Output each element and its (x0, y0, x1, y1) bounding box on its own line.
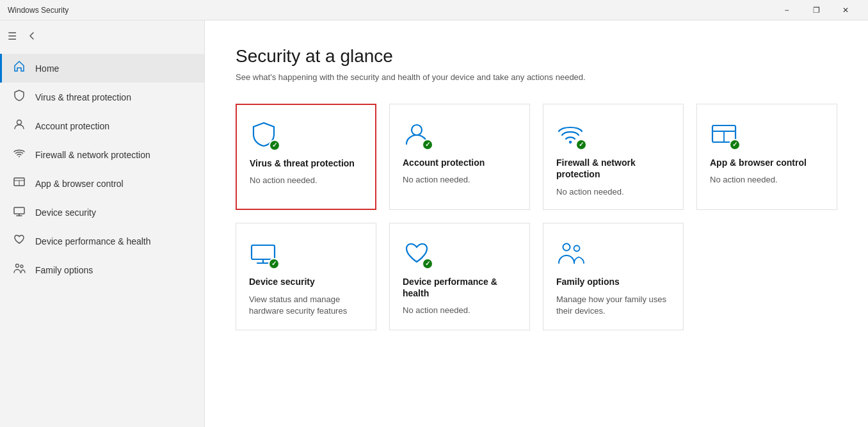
svg-point-19 (574, 245, 580, 251)
sidebar-item-account[interactable]: Account protection (0, 111, 204, 140)
heart-icon (12, 233, 26, 249)
wifi-icon (12, 147, 26, 163)
card-status-device-health: No action needed. (403, 305, 517, 315)
sidebar-item-device-health[interactable]: Device performance & health (0, 227, 204, 255)
card-status-account: No action needed. (403, 175, 517, 184)
card-account[interactable]: Account protection No action needed. (389, 104, 530, 209)
card-icon-wrap-firewall (556, 120, 587, 150)
hamburger-icon[interactable]: ☰ (8, 30, 17, 42)
sidebar-item-account-label: Account protection (35, 121, 109, 131)
card-icon-wrap-account (403, 120, 433, 150)
check-badge-app-browser (729, 139, 741, 150)
app-body: ☰ Home (0, 20, 868, 427)
shield-icon (12, 89, 26, 105)
card-status-virus: No action needed. (250, 175, 362, 185)
card-title-device-health: Device performance & health (403, 276, 517, 299)
card-title-virus: Virus & threat protection (250, 157, 362, 169)
sidebar-item-device-health-label: Device performance & health (35, 236, 151, 246)
sidebar: ☰ Home (0, 20, 205, 427)
card-icon-wrap-app-browser (710, 120, 741, 150)
card-app-browser[interactable]: App & browser control No action needed. (696, 104, 837, 209)
home-icon (12, 60, 26, 76)
card-title-app-browser: App & browser control (710, 157, 824, 168)
svg-point-8 (16, 264, 19, 268)
check-badge-device-security (268, 258, 280, 270)
card-device-health[interactable]: Device performance & health No action ne… (389, 223, 530, 331)
sidebar-item-firewall[interactable]: Firewall & network protection (0, 140, 204, 169)
titlebar-controls: − ❐ ✕ (772, 0, 860, 20)
sidebar-item-family-label: Family options (35, 265, 93, 275)
family-icon (12, 262, 26, 278)
svg-point-1 (19, 156, 20, 157)
svg-point-9 (20, 265, 23, 268)
card-virus[interactable]: Virus & threat protection No action need… (236, 104, 376, 209)
sidebar-item-virus[interactable]: Virus & threat protection (0, 83, 204, 111)
card-desc-device-security: View status and manage hardware security… (249, 294, 363, 317)
sidebar-item-virus-label: Virus & threat protection (35, 92, 131, 102)
card-icon-wrap-device-health (403, 239, 433, 270)
sidebar-item-device-security[interactable]: Device security (0, 198, 204, 227)
sidebar-header: ☰ (0, 20, 204, 51)
card-status-app-browser: No action needed. (710, 175, 824, 184)
sidebar-item-family[interactable]: Family options (0, 255, 204, 284)
card-icon-wrap-virus (250, 120, 280, 151)
check-badge-firewall (575, 139, 587, 150)
card-title-firewall: Firewall & network protection (556, 157, 670, 180)
person-icon (12, 118, 26, 134)
device-icon (12, 204, 26, 220)
svg-rect-15 (252, 245, 275, 259)
svg-point-10 (412, 125, 422, 135)
check-badge-device-health (422, 258, 433, 270)
check-badge-account (422, 139, 433, 150)
check-badge-virus (269, 140, 280, 151)
sidebar-item-home-label: Home (35, 63, 59, 74)
svg-rect-5 (14, 207, 24, 214)
card-firewall[interactable]: Firewall & network protection No action … (543, 104, 684, 209)
card-status-firewall: No action needed. (556, 187, 670, 197)
svg-point-11 (569, 141, 572, 143)
close-button[interactable]: ✕ (831, 0, 860, 20)
titlebar-title: Windows Security (8, 6, 772, 15)
sidebar-item-app-browser[interactable]: App & browser control (0, 169, 204, 198)
card-title-device-security: Device security (249, 276, 363, 287)
svg-point-18 (563, 243, 570, 250)
sidebar-item-home[interactable]: Home (0, 54, 204, 83)
main-content: Security at a glance See what's happenin… (205, 20, 868, 427)
page-subtitle: See what's happening with the security a… (236, 72, 837, 83)
svg-point-0 (17, 120, 22, 125)
cards-grid: Virus & threat protection No action need… (236, 104, 837, 330)
card-title-account: Account protection (403, 157, 517, 168)
maximize-button[interactable]: ❐ (801, 0, 831, 20)
sidebar-item-firewall-label: Firewall & network protection (35, 150, 150, 160)
card-icon-wrap-family (556, 239, 587, 270)
card-device-security[interactable]: Device security View status and manage h… (236, 223, 376, 331)
card-title-family: Family options (556, 276, 670, 287)
sidebar-nav: Home Virus & threat protection (0, 54, 204, 284)
page-title: Security at a glance (236, 46, 837, 67)
card-desc-family: Manage how your family uses their device… (556, 294, 670, 317)
window-icon (12, 175, 26, 191)
sidebar-item-app-browser-label: App & browser control (35, 179, 124, 189)
card-family[interactable]: Family options Manage how your family us… (543, 223, 684, 331)
back-button[interactable] (22, 26, 42, 46)
minimize-button[interactable]: − (772, 0, 801, 20)
card-icon-wrap-device-security (249, 239, 280, 270)
titlebar: Windows Security − ❐ ✕ (0, 0, 868, 20)
sidebar-item-device-security-label: Device security (35, 207, 96, 218)
